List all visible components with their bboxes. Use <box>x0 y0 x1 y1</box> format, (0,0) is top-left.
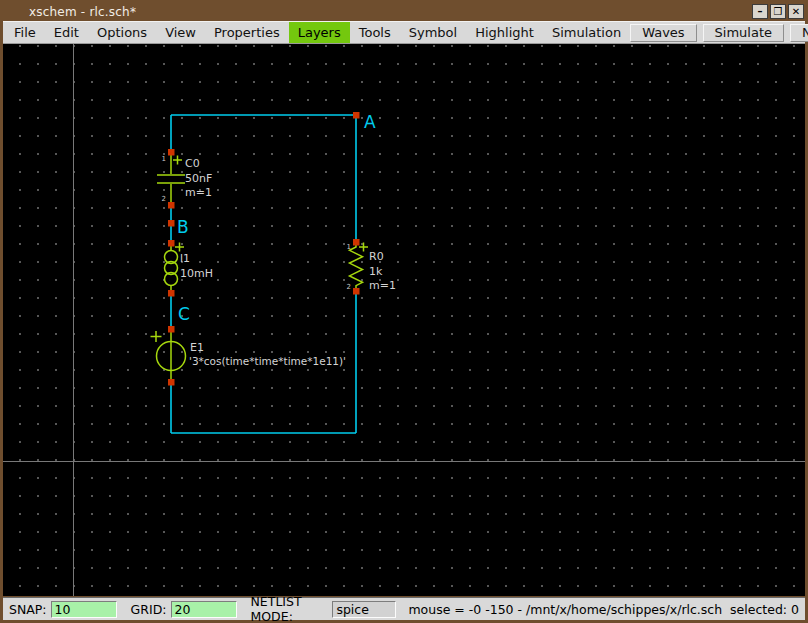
resistor-value[interactable]: 1k <box>369 265 383 278</box>
capacitor-ref[interactable]: C0 <box>185 157 200 170</box>
snap-label: SNAP: <box>9 602 47 617</box>
netlist-mode-input[interactable] <box>332 601 396 618</box>
net-label-c[interactable]: C <box>178 304 190 324</box>
schematic-canvas[interactable]: A B C C0 50nF m=1 l1 10mH E1 '3*cos(time… <box>3 44 805 596</box>
net-label-a[interactable]: A <box>364 112 376 132</box>
close-button[interactable]: ✕ <box>788 4 804 19</box>
xschem-window: xschem - rlc.sch* – ❒ ✕ File Edit Option… <box>0 0 808 623</box>
grid-input[interactable] <box>171 601 237 618</box>
source-expression[interactable]: '3*cos(time*time*time*1e11)' <box>189 355 346 367</box>
menu-simulation[interactable]: Simulation <box>543 22 630 43</box>
capacitor-value[interactable]: 50nF <box>185 172 212 185</box>
resistor-symbol[interactable] <box>350 242 369 291</box>
resistor-pin1-number: 1 <box>347 243 351 251</box>
menu-layers[interactable]: Layers <box>289 22 350 43</box>
net-label-b[interactable]: B <box>177 217 189 237</box>
menu-options[interactable]: Options <box>88 22 156 43</box>
waves-button[interactable]: Waves <box>630 24 696 42</box>
statusbar: SNAP: GRID: NETLIST MODE: mouse = -0 -15… <box>3 597 805 620</box>
snap-input[interactable] <box>51 601 117 618</box>
menu-view[interactable]: View <box>156 22 205 43</box>
mouse-status-text: mouse = -0 -150 - /mnt/x/home/schippes/x… <box>408 602 799 617</box>
menu-highlight[interactable]: Highlight <box>466 22 543 43</box>
inductor-value[interactable]: 10mH <box>180 267 213 280</box>
origin-axes <box>3 44 805 596</box>
resistor-ref[interactable]: R0 <box>369 250 384 263</box>
menu-tools[interactable]: Tools <box>350 22 400 43</box>
menu-edit[interactable]: Edit <box>45 22 88 43</box>
resistor-pin2-number: 2 <box>347 283 351 291</box>
grid-label: GRID: <box>131 602 167 617</box>
netlist-button[interactable]: Netlist <box>790 24 808 42</box>
menubar: File Edit Options View Properties Layers… <box>3 21 805 44</box>
menu-properties[interactable]: Properties <box>205 22 289 43</box>
menu-file[interactable]: File <box>5 22 45 43</box>
capacitor-mult[interactable]: m=1 <box>185 186 212 199</box>
titlebar[interactable]: xschem - rlc.sch* – ❒ ✕ <box>3 2 805 21</box>
simulate-button[interactable]: Simulate <box>703 24 784 42</box>
minimize-button[interactable]: – <box>752 4 768 19</box>
maximize-button[interactable]: ❒ <box>770 4 786 19</box>
netlist-mode-label: NETLIST MODE: <box>251 594 329 623</box>
window-title: xschem - rlc.sch* <box>29 5 136 19</box>
menu-symbol[interactable]: Symbol <box>400 22 466 43</box>
capacitor-pin2-number: 2 <box>162 195 166 203</box>
schematic-drawing: A B C C0 50nF m=1 l1 10mH E1 '3*cos(time… <box>3 44 805 596</box>
inductor-ref[interactable]: l1 <box>180 252 190 265</box>
capacitor-pin1-number: 1 <box>162 155 166 163</box>
voltage-source-symbol[interactable] <box>151 331 186 381</box>
source-ref[interactable]: E1 <box>190 341 204 354</box>
resistor-mult[interactable]: m=1 <box>369 279 396 292</box>
